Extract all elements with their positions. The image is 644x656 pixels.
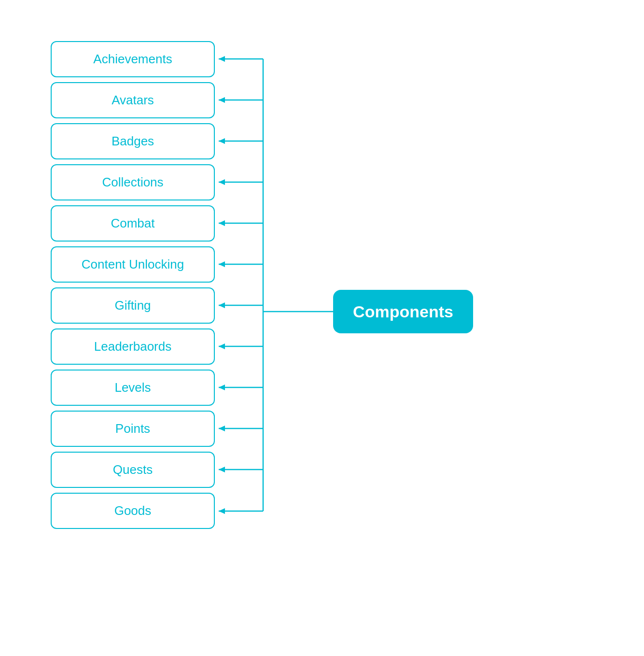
node-gifting[interactable]: Gifting [51, 287, 215, 324]
svg-marker-13 [219, 261, 225, 267]
node-levels[interactable]: Levels [51, 370, 215, 406]
node-goods[interactable]: Goods [51, 493, 215, 529]
node-avatars[interactable]: Avatars [51, 82, 215, 118]
svg-marker-17 [219, 343, 225, 349]
node-leaderboards[interactable]: Leaderbaords [51, 328, 215, 365]
node-collections[interactable]: Collections [51, 164, 215, 200]
svg-marker-19 [219, 385, 225, 390]
node-combat[interactable]: Combat [51, 205, 215, 242]
diagram-container: Achievements Avatars Badges Collections … [0, 0, 644, 656]
svg-marker-5 [219, 97, 225, 103]
nodes-left: Achievements Avatars Badges Collections … [51, 41, 215, 529]
center-node-components[interactable]: Components [333, 290, 473, 333]
node-achievements[interactable]: Achievements [51, 41, 215, 77]
node-points[interactable]: Points [51, 411, 215, 447]
node-badges[interactable]: Badges [51, 123, 215, 159]
svg-marker-25 [219, 508, 225, 514]
svg-marker-23 [219, 467, 225, 472]
svg-marker-7 [219, 138, 225, 144]
svg-marker-15 [219, 302, 225, 308]
svg-marker-21 [219, 426, 225, 431]
svg-marker-11 [219, 220, 225, 226]
node-content-unlocking[interactable]: Content Unlocking [51, 246, 215, 283]
node-quests[interactable]: Quests [51, 452, 215, 488]
svg-marker-9 [219, 179, 225, 185]
svg-marker-3 [219, 56, 225, 62]
